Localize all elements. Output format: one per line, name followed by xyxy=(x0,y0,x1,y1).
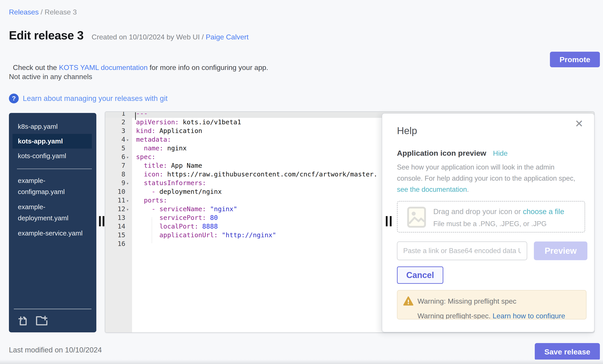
code-text: title: App Name xyxy=(132,161,202,170)
hide-link[interactable]: Hide xyxy=(493,149,508,157)
created-text: Created on 10/10/2024 by Web UI / xyxy=(92,33,206,41)
code-text: statusInformers: xyxy=(132,179,206,187)
icon-preview-description: See how your application icon will look … xyxy=(397,162,575,195)
file-item-kots-config.yaml[interactable]: kots-config.yaml xyxy=(9,149,96,163)
sidebar-resize-handle[interactable] xyxy=(99,216,101,226)
line-number: 5 xyxy=(105,144,132,153)
file-item-example-deployment.yaml[interactable]: example-deployment.yaml xyxy=(9,199,96,226)
line-number: 14 xyxy=(105,222,132,231)
help-resize-handle[interactable] xyxy=(386,216,388,226)
kots-yaml-doc-link[interactable]: KOTS YAML documentation xyxy=(59,64,148,72)
created-info: Created on 10/10/2024 by Web UI / Paige … xyxy=(92,33,249,41)
question-icon: ? xyxy=(9,94,19,103)
line-number: 4▾ xyxy=(105,135,132,144)
fold-arrow-icon[interactable]: ▾ xyxy=(126,136,129,144)
line-number: 15 xyxy=(105,231,132,240)
description-line: See how your application icon will look … xyxy=(397,162,575,173)
code-text xyxy=(132,240,136,248)
breadcrumb-separator: / xyxy=(39,8,45,16)
dropzone-hint: File must be a .PNG, .JPEG, or .JPG xyxy=(433,220,546,228)
description-line: see the documentation. xyxy=(397,184,575,195)
line-number: 11▾ xyxy=(105,196,132,205)
window-bottom-edge xyxy=(0,360,603,364)
file-item-k8s-app.yaml[interactable]: k8s-app.yaml xyxy=(9,119,96,134)
help-title: Help xyxy=(397,125,417,136)
line-number: 3 xyxy=(105,127,132,135)
line-number: 13 xyxy=(105,213,132,222)
text-cursor xyxy=(135,112,136,120)
channel-status: Not active in any channels xyxy=(9,73,92,81)
line-number: 1 xyxy=(105,111,132,118)
file-sidebar: k8s-app.yamlkots-app.yamlkots-config.yam… xyxy=(9,113,96,332)
doc-hint-prefix: Check out the xyxy=(13,64,59,72)
doc-hint-line: Check out the KOTS YAML documentation fo… xyxy=(9,55,268,72)
doc-hint-suffix: for more info on configuring your app. xyxy=(148,64,268,72)
icon-url-input[interactable] xyxy=(397,242,527,260)
fold-arrow-icon[interactable]: ▾ xyxy=(126,153,129,162)
code-text: servicePort: 80 xyxy=(132,213,218,222)
add-folder-icon[interactable] xyxy=(35,315,49,327)
breadcrumb-releases-link[interactable]: Releases xyxy=(9,8,39,16)
code-text: applicationUrl: "http://nginx" xyxy=(132,231,276,240)
code-text: - serviceName: "nginx" xyxy=(132,205,237,213)
file-item-kots-app.yaml[interactable]: kots-app.yaml xyxy=(12,134,92,149)
code-text: kind: Application xyxy=(132,127,202,135)
fold-arrow-icon[interactable]: ▾ xyxy=(126,197,129,205)
dropzone-text-prefix: Drag and drop your icon or xyxy=(433,207,523,216)
breadcrumb-current: Release 3 xyxy=(45,8,77,16)
code-text: - deployment/nginx xyxy=(132,187,222,196)
close-icon[interactable]: ✕ xyxy=(575,118,583,130)
save-release-button[interactable]: Save release xyxy=(535,343,600,360)
icon-dropzone[interactable]: Drag and drop your icon or choose a file… xyxy=(397,201,585,232)
line-number: 9▾ xyxy=(105,179,132,187)
choose-file-link[interactable]: choose a file xyxy=(523,207,564,216)
preview-button[interactable]: Preview xyxy=(534,242,587,260)
warning-card: Warning: Missing preflight spec Warning … xyxy=(397,290,587,320)
code-text: name: nginx xyxy=(132,144,187,153)
title-row: Edit release 3 Created on 10/10/2024 by … xyxy=(9,29,249,42)
add-file-icon[interactable] xyxy=(17,315,29,327)
icon-preview-title: Application icon preview xyxy=(397,149,486,157)
code-text: icon: https://raw.githubusercontent.com/… xyxy=(132,170,378,179)
git-help-row: ? Learn about managing your releases wit… xyxy=(9,94,167,103)
code-text: --- xyxy=(132,111,148,118)
warning-title: Warning: Missing preflight spec xyxy=(417,297,516,305)
fold-arrow-icon[interactable]: ▾ xyxy=(126,179,129,188)
line-number: 6▾ xyxy=(105,153,132,161)
fold-arrow-icon[interactable]: ▾ xyxy=(126,205,129,214)
code-text: ports: xyxy=(132,196,167,205)
code-text: localPort: 8888 xyxy=(132,222,218,231)
line-number: 12▾ xyxy=(105,205,132,213)
sidebar-tools-divider xyxy=(14,309,92,309)
line-number: 10 xyxy=(105,187,132,196)
line-number: 16 xyxy=(105,240,132,248)
sidebar-resize-handle[interactable] xyxy=(103,216,104,226)
git-releases-link[interactable]: Learn about managing your releases with … xyxy=(23,94,167,103)
line-number: 7 xyxy=(105,161,132,170)
help-section-header: Application icon preview Hide xyxy=(397,149,508,157)
dropzone-text: Drag and drop your icon or choose a file xyxy=(433,207,564,216)
warning-detail-text: Warning preflight-spec. xyxy=(417,312,493,320)
file-list: k8s-app.yamlkots-app.yamlkots-config.yam… xyxy=(9,113,96,241)
cancel-button[interactable]: Cancel xyxy=(397,266,443,284)
description-line: console. For help adding your icon to th… xyxy=(397,173,575,184)
warning-detail: Warning preflight-spec. Learn how to con… xyxy=(417,312,565,320)
image-placeholder-icon xyxy=(407,207,426,229)
see-documentation-link[interactable]: see the documentation xyxy=(397,186,467,193)
code-text: apiVersion: kots.io/v1beta1 xyxy=(132,118,241,127)
promote-button[interactable]: Promote xyxy=(550,52,600,67)
breadcrumb: Releases / Release 3 xyxy=(9,8,77,16)
file-item-example-configmap.yaml[interactable]: example-configmap.yaml xyxy=(9,173,96,199)
line-number: 8 xyxy=(105,170,132,179)
author-link[interactable]: Paige Calvert xyxy=(206,33,249,41)
file-item-example-service.yaml[interactable]: example-service.yaml xyxy=(9,226,96,241)
last-modified: Last modified on 10/10/2024 xyxy=(9,346,102,354)
help-resize-handle[interactable] xyxy=(390,216,392,226)
sidebar-tools xyxy=(9,309,96,332)
line-number: 2 xyxy=(105,118,132,127)
help-panel: ✕ Help Application icon preview Hide See… xyxy=(382,113,594,332)
indent-guide xyxy=(152,217,152,243)
learn-configure-link[interactable]: Learn how to configure xyxy=(493,312,565,320)
code-text: spec: xyxy=(132,153,155,161)
file-list-divider xyxy=(17,169,92,169)
